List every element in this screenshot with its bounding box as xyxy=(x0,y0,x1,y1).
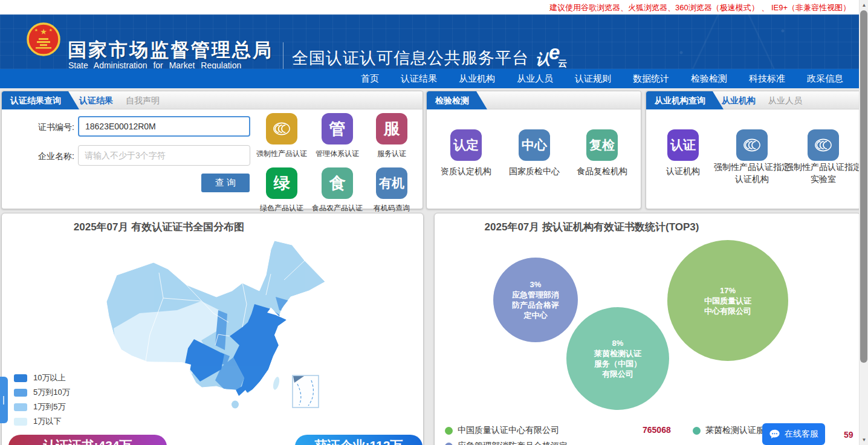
tab-personnel[interactable]: 从业人员 xyxy=(768,91,802,109)
chart-legend-value-cqc: 765068 xyxy=(643,425,671,435)
svg-text:★: ★ xyxy=(40,27,47,36)
company-name-input[interactable] xyxy=(78,145,250,166)
map-legend-row: 1万到5万 xyxy=(14,401,65,412)
online-service-button[interactable]: 在线客服 xyxy=(762,423,825,445)
icon-label: 服务认证 xyxy=(363,149,421,159)
main-nav: 首页 认证结果 从业机构 从业人员 认证规则 数据统计 检验检测 科技标准 政采… xyxy=(0,69,859,88)
legend-dot xyxy=(445,443,453,445)
bubble-chart-title: 2025年07月 按认证机构有效证书数统计(TOP3) xyxy=(435,220,749,234)
ccc-mark-icon xyxy=(808,129,839,161)
tab-org-query[interactable]: 从业机构查询 xyxy=(646,91,724,109)
header-divider xyxy=(283,42,283,70)
scroll-up-button[interactable]: ▲ xyxy=(860,0,868,10)
svg-text:★: ★ xyxy=(49,28,53,32)
tab-inspection[interactable]: 检验检测 xyxy=(427,91,487,109)
icon-label: 强制性产品认证指定 实验室 xyxy=(776,161,868,185)
stat-banner-enterprises[interactable]: 获证企业:112万 xyxy=(295,435,423,445)
inspection-panel-header: 检验检测 xyxy=(427,91,641,109)
organic-code-icon: 有机 xyxy=(376,167,407,199)
icon-item-ccc-designated-org[interactable]: 强制性产品认证指定 认证机构 xyxy=(723,129,781,185)
icon-label: 资质认定机构 xyxy=(437,166,495,177)
nav-item-standards[interactable]: 科技标准 xyxy=(749,69,785,88)
south-china-sea-inset xyxy=(293,375,319,408)
icon-label: 绿色产品认证 xyxy=(253,203,311,213)
legend-label: 1万到5万 xyxy=(33,401,65,412)
browser-notice: 建议使用谷歌浏览器、火狐浏览器、360浏览器（极速模式） 、 IE9+（非兼容性… xyxy=(549,2,850,13)
legend-swatch xyxy=(14,389,27,397)
nav-item-home[interactable]: 首页 xyxy=(361,69,379,88)
stat-banner-certificates[interactable]: 认证证书:434万 xyxy=(8,435,167,445)
side-panel-handle[interactable] xyxy=(0,377,8,423)
nav-item-statistics[interactable]: 数据统计 xyxy=(633,69,669,88)
icon-label: 有机码查询 xyxy=(363,203,421,213)
map-legend-row: 1万以下 xyxy=(14,416,61,427)
icon-item-food-agri[interactable]: 食 食品农产品认证 xyxy=(308,167,366,213)
legend-label: 5万到10万 xyxy=(33,387,70,398)
legend-swatch xyxy=(14,403,27,411)
page-scrollbar[interactable]: ▲ ▼ xyxy=(859,0,868,445)
search-button[interactable]: 查 询 xyxy=(201,174,250,192)
chat-bubble-icon xyxy=(769,429,780,440)
icon-item-service-cert[interactable]: 服 服务认证 xyxy=(363,113,421,159)
food-recheck-icon: 复检 xyxy=(586,129,618,161)
icon-label: 食品农产品认证 xyxy=(308,203,366,213)
map-title: 2025年07月 有效认证证书全国分布图 xyxy=(2,220,316,234)
cert-org-icon: 认证 xyxy=(667,129,699,161)
icon-item-national-qc-center[interactable]: 中心 国家质检中心 xyxy=(505,129,563,177)
logo-yun: 云 xyxy=(558,58,567,68)
legend-label: 中国质量认证中心有限公司 xyxy=(458,425,559,436)
bubble-emergency-center: 3% 应急管理部消 防产品合格评 定中心 xyxy=(493,258,578,342)
online-service-label: 在线客服 xyxy=(785,429,818,440)
chart-legend-value-tuv-partial: 59 xyxy=(844,430,853,440)
icon-item-green-product[interactable]: 绿 绿色产品认证 xyxy=(253,167,311,213)
management-cert-icon: 管 xyxy=(322,113,353,145)
bubble-tuv-rheinland: 8% 莱茵检测认证 服务（中国） 有限公司 xyxy=(566,307,669,410)
legend-swatch xyxy=(14,374,27,382)
china-map[interactable] xyxy=(71,238,343,419)
page: 建议使用谷歌浏览器、火狐浏览器、360浏览器（极速模式） 、 IE9+（非兼容性… xyxy=(0,0,868,445)
legend-label: 应急管理部消防产品合格评定 xyxy=(458,441,568,445)
logo-ren: 认 xyxy=(536,51,550,67)
tab-self-declaration[interactable]: 自我声明 xyxy=(126,91,160,109)
icon-item-ccc-cert[interactable]: 强制性产品认证 xyxy=(253,113,311,159)
tab-cert-results[interactable]: 认证结果 xyxy=(79,91,113,109)
icon-label: 国家质检中心 xyxy=(505,166,563,177)
green-product-icon: 绿 xyxy=(266,167,297,199)
platform-title: 全国认证认可信息公共服务平台 xyxy=(292,47,529,69)
cert-query-panel-header: 认证结果查询 认证结果 自我声明 xyxy=(2,91,423,109)
icon-item-food-recheck-org[interactable]: 复检 食品复检机构 xyxy=(573,129,631,177)
nav-item-inspection[interactable]: 检验检测 xyxy=(691,69,727,88)
icon-item-management-cert[interactable]: 管 管理体系认证 xyxy=(308,113,366,159)
tab-cert-query[interactable]: 认证结果查询 xyxy=(2,91,79,109)
nav-item-cert-results[interactable]: 认证结果 xyxy=(401,69,437,88)
cert-query-panel: 认证结果查询 认证结果 自我声明 证书编号: 企业名称: 查 询 强制性产品认证… xyxy=(1,91,423,209)
tab-org[interactable]: 从业机构 xyxy=(722,91,756,109)
nav-item-rules[interactable]: 认证规则 xyxy=(575,69,611,88)
icon-item-ccc-designated-lab[interactable]: 强制性产品认证指定 实验室 xyxy=(794,129,852,185)
map-panel: 2025年07月 有效认证证书全国分布图 xyxy=(1,213,424,445)
ccc-mark-icon xyxy=(266,113,297,145)
icon-item-organic-code[interactable]: 有机 有机码查询 xyxy=(363,167,421,213)
scroll-down-button[interactable]: ▼ xyxy=(860,435,868,445)
icon-item-cert-org[interactable]: 认证 认证机构 xyxy=(654,129,712,177)
legend-dot xyxy=(445,427,453,435)
nav-item-orgs[interactable]: 从业机构 xyxy=(459,69,495,88)
map-legend-row: 5万到10万 xyxy=(14,387,70,398)
legend-label: 10万以上 xyxy=(33,372,65,383)
legend-label: 1万以下 xyxy=(33,416,61,427)
nav-item-procurement[interactable]: 政采信息 xyxy=(807,69,843,88)
icon-item-qualification-org[interactable]: 认定 资质认定机构 xyxy=(437,129,495,177)
scrollbar-thumb[interactable] xyxy=(860,10,867,363)
national-emblem-icon: ★ ★ ★ xyxy=(25,20,62,59)
svg-text:★: ★ xyxy=(34,28,38,32)
service-cert-icon: 服 xyxy=(376,113,407,145)
icon-label: 认证机构 xyxy=(654,166,712,177)
ren-e-yun-logo-icon: 认e云 xyxy=(536,46,567,69)
nav-item-personnel[interactable]: 从业人员 xyxy=(517,69,553,88)
bubble-cqc: 17% 中国质量认证 中心有限公司 xyxy=(667,240,788,361)
inspection-panel: 检验检测 认定 资质认定机构 中心 国家质检中心 复检 食品复检机构 xyxy=(426,91,641,209)
site-header: ★ ★ ★ 国家市场监督管理总局 State Administration fo… xyxy=(0,15,859,69)
org-query-panel-header: 从业机构查询 从业机构 从业人员 xyxy=(646,91,860,109)
cert-number-input[interactable] xyxy=(78,116,250,137)
qc-center-icon: 中心 xyxy=(519,129,550,161)
